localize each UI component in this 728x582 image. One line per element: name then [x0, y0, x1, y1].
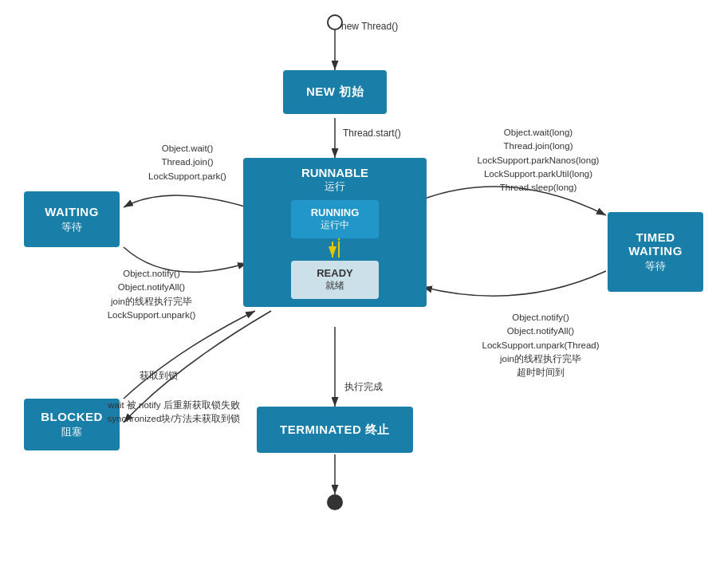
label-get-lock: 获取到锁 [140, 368, 178, 383]
state-new-title: NEW 初始 [306, 85, 364, 100]
inner-arrows [315, 238, 355, 261]
terminated-title: TERMINATED 终止 [280, 423, 390, 438]
timed-waiting-subtitle: 等待 [645, 259, 666, 273]
label-terminated: 执行完成 [344, 379, 383, 394]
state-runnable: RUNNABLE 运行 RUNNING 运行中 [243, 158, 427, 307]
state-terminated: TERMINATED 终止 [257, 407, 413, 453]
waiting-title: WAITING [45, 205, 99, 218]
inner-states: RUNNING 运行中 [291, 200, 379, 299]
label-thread-start: Thread.start() [343, 126, 401, 140]
label-new-thread: new Thread() [341, 19, 398, 33]
ready-subtitle: 就绪 [297, 279, 372, 293]
state-running: RUNNING 运行中 [291, 200, 379, 238]
label-to-timed-waiting: Object.wait(long) Thread.join(long) Lock… [451, 126, 626, 195]
label-to-waiting: Object.wait() Thread.join() LockSupport.… [124, 142, 251, 183]
ready-title: READY [297, 267, 372, 279]
state-timed-waiting: TIMED WAITING 等待 [608, 212, 703, 292]
runnable-subtitle: 运行 [325, 179, 345, 194]
label-from-waiting: Object.notify() Object.notifyAll() join的… [72, 267, 231, 322]
state-waiting: WAITING 等待 [24, 191, 120, 247]
running-subtitle: 运行中 [297, 218, 372, 232]
state-ready: READY 就绪 [291, 261, 379, 299]
initial-circle [327, 14, 343, 30]
runnable-title: RUNNABLE [301, 166, 368, 179]
blocked-subtitle: 阻塞 [61, 425, 82, 439]
state-new: NEW 初始 [283, 70, 387, 114]
running-title: RUNNING [297, 206, 372, 218]
final-circle [327, 494, 343, 510]
timed-waiting-title: TIMED WAITING [628, 230, 683, 258]
label-to-blocked: wait 被 notify 后重新获取锁失败 synchronized块/方法未… [86, 399, 262, 427]
diagram-container: new Thread() NEW 初始 Thread.start() RUNNA… [0, 0, 728, 582]
label-from-timed-waiting: Object.notify() Object.notifyAll() LockS… [453, 311, 628, 379]
waiting-subtitle: 等待 [61, 220, 82, 234]
